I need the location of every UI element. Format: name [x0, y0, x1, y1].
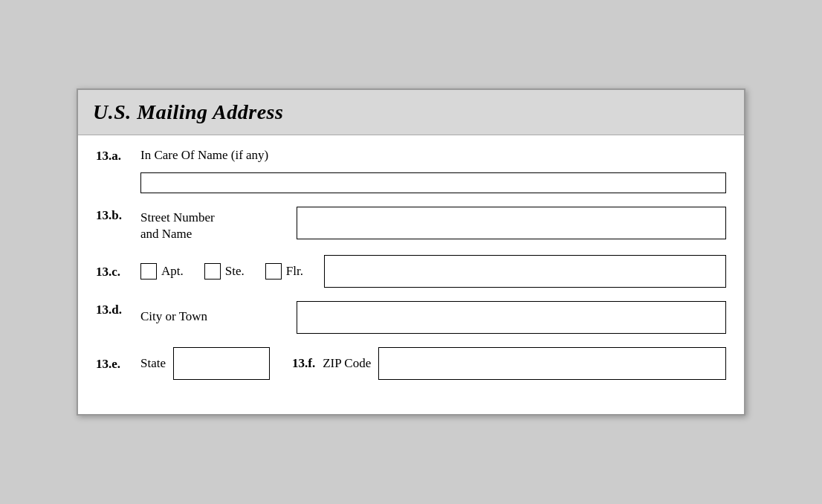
form-body: 13.a. In Care Of Name (if any) 13.b. Str… [78, 147, 744, 380]
checkbox-apt-box[interactable] [140, 263, 157, 280]
checkbox-flr-label: Flr. [286, 264, 303, 279]
checkbox-ste-box[interactable] [204, 263, 221, 280]
field-label-13e: State [140, 355, 166, 372]
row-13a-wrapper: In Care Of Name (if any) [140, 147, 726, 193]
field-number-13c: 13.c. [96, 263, 140, 280]
row-13a-label-line: In Care Of Name (if any) [140, 147, 726, 168]
field-number-13a: 13.a. [96, 147, 140, 164]
field-label-13d: City or Town [140, 301, 297, 325]
checkbox-ste: Ste. [204, 263, 258, 280]
row-13c: 13.c. Apt. Ste. Flr. [96, 255, 726, 288]
checkbox-flr-box[interactable] [265, 263, 282, 280]
form-title: U.S. Mailing Address [93, 100, 729, 124]
checkbox-group-13c: Apt. Ste. Flr. [140, 255, 726, 288]
field-label-13f: ZIP Code [323, 356, 371, 371]
checkbox-apt-label: Apt. [161, 264, 184, 279]
input-13f[interactable] [378, 347, 726, 380]
field-number-13e: 13.e. [96, 355, 140, 372]
form-card: U.S. Mailing Address 13.a. In Care Of Na… [77, 88, 745, 416]
input-13e[interactable] [173, 347, 270, 380]
checkbox-flr: Flr. [265, 263, 317, 280]
field-number-13b: 13.b. [96, 207, 140, 223]
field-label-13b: Street Number and Name [140, 207, 297, 242]
field-number-13f: 13.f. [292, 356, 315, 371]
row-13ef: 13.e. State 13.f. ZIP Code [96, 347, 726, 380]
form-header: U.S. Mailing Address [78, 90, 744, 135]
row-13a: 13.a. In Care Of Name (if any) [96, 147, 726, 193]
input-13b[interactable] [297, 207, 726, 239]
checkbox-apt: Apt. [140, 263, 197, 280]
field-number-13d: 13.d. [96, 301, 140, 317]
row-13b: 13.b. Street Number and Name [96, 207, 726, 242]
checkbox-ste-label: Ste. [225, 264, 245, 279]
input-13c[interactable] [324, 255, 726, 288]
input-13d[interactable] [297, 301, 726, 334]
field-label-13a: In Care Of Name (if any) [140, 147, 304, 164]
row-13d: 13.d. City or Town [96, 301, 726, 334]
input-13a[interactable] [140, 172, 726, 193]
